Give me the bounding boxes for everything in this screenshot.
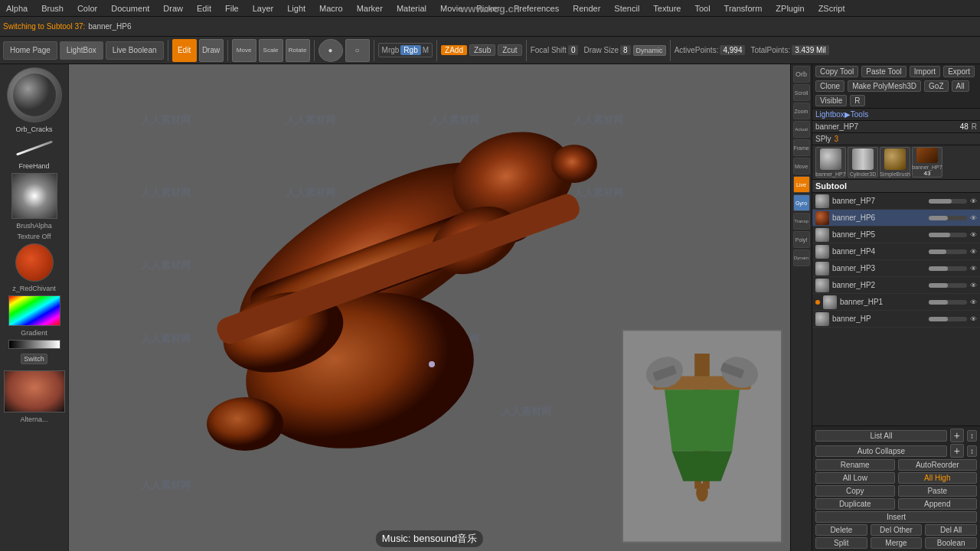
del-other-btn[interactable]: Del Other: [871, 524, 923, 536]
draw-size-val[interactable]: 8: [620, 45, 631, 55]
viewport[interactable]: 人人素材网 人人素材网 人人素材网 人人素材网 人人素材网 人人素材网 人人素材…: [69, 64, 790, 551]
insert-btn[interactable]: Insert: [815, 511, 977, 523]
subtool-item-hp7[interactable]: banner_HP7 👁: [812, 193, 980, 210]
slider-hp3[interactable]: [929, 266, 967, 271]
focal-val[interactable]: 0: [568, 45, 579, 55]
export-btn[interactable]: Export: [943, 66, 975, 77]
subtool-item-hp6[interactable]: banner_HP6 👁: [812, 210, 980, 227]
color-picker[interactable]: [8, 295, 60, 326]
menu-item-color[interactable]: Color: [74, 2, 100, 15]
list-all-btn[interactable]: List All: [815, 430, 947, 442]
st-tool-simple[interactable]: SimpleBrush: [880, 147, 910, 178]
slider-hp6[interactable]: [929, 216, 967, 220]
menu-item-edit[interactable]: Edit: [194, 2, 214, 15]
menu-item-render[interactable]: Render: [570, 2, 603, 15]
paste-tool-btn[interactable]: Paste Tool: [861, 66, 906, 77]
actual-icon[interactable]: Actual: [793, 121, 810, 138]
rename-btn[interactable]: Rename: [815, 459, 895, 471]
slider-hp[interactable]: [929, 317, 967, 321]
delete-btn[interactable]: Delete: [815, 524, 867, 536]
menu-item-draw[interactable]: Draw: [160, 2, 186, 15]
slider-hp1[interactable]: [929, 300, 967, 305]
edit-tool[interactable]: Edit: [172, 39, 197, 62]
subtool-list[interactable]: banner_HP7 👁 banner_HP6 👁 banner_HP5 👁 b…: [812, 193, 980, 425]
zadd-btn[interactable]: ZAdd: [441, 45, 467, 55]
scale-tool[interactable]: Scale: [259, 39, 283, 62]
move-tool[interactable]: Move: [232, 39, 256, 62]
subtool-item-hp5[interactable]: banner_HP5 👁: [812, 227, 980, 243]
split-btn[interactable]: Split: [815, 537, 867, 549]
transp-icon[interactable]: Transp: [793, 213, 810, 230]
menu-item-tool[interactable]: Tool: [691, 2, 713, 15]
rotate-tool[interactable]: Rotate: [286, 39, 310, 62]
import-btn[interactable]: Import: [910, 66, 940, 77]
menu-item-marker[interactable]: Marker: [354, 2, 386, 15]
m-label[interactable]: M: [423, 46, 429, 54]
home-btn[interactable]: Home Page: [3, 41, 57, 60]
draw-tool[interactable]: Draw: [199, 39, 224, 62]
menu-item-stencil[interactable]: Stencil: [611, 2, 642, 15]
r-label-right[interactable]: R: [972, 122, 977, 131]
gradient-bar[interactable]: [8, 340, 60, 349]
menu-item-texture[interactable]: Texture: [650, 2, 684, 15]
orb-icon[interactable]: Orb: [793, 66, 810, 83]
subtool-item-hp[interactable]: banner_HP 👁: [812, 311, 980, 328]
subtool-item-hp2[interactable]: banner_HP2 👁: [812, 277, 980, 294]
list-all-arrow[interactable]: ↕: [967, 430, 977, 442]
append-btn[interactable]: Append: [898, 498, 978, 510]
eye-hp6[interactable]: 👁: [970, 214, 977, 222]
all-high-btn[interactable]: All High: [898, 472, 978, 484]
merge-btn[interactable]: Merge: [871, 537, 923, 549]
polyf-icon[interactable]: Polyf: [793, 231, 810, 248]
duplicate-btn[interactable]: Duplicate: [815, 498, 895, 510]
menu-item-file[interactable]: File: [222, 2, 242, 15]
st-tool-cylinder[interactable]: Cylinder3D: [848, 147, 878, 178]
menu-item-brush[interactable]: Brush: [38, 2, 67, 15]
slider-hp4[interactable]: [929, 249, 967, 254]
menu-item-material[interactable]: Material: [394, 2, 430, 15]
auto-collapse-btn[interactable]: Auto Collapse: [815, 445, 947, 457]
menu-item-zscript[interactable]: ZScript: [815, 2, 848, 15]
visible-btn[interactable]: Visible: [815, 95, 847, 106]
auto-collapse-plus[interactable]: +: [950, 444, 964, 458]
zoom-icon[interactable]: Zoom: [793, 103, 810, 119]
move-icon[interactable]: Move: [793, 158, 810, 174]
live-boolean-btn[interactable]: Live Boolean: [106, 41, 164, 60]
brush-stroke[interactable]: [11, 136, 57, 159]
brush-preview[interactable]: [7, 67, 62, 122]
eye-hp4[interactable]: 👁: [970, 248, 977, 256]
subtool-item-hp1[interactable]: banner_HP1 👁: [812, 294, 980, 311]
r-btn[interactable]: R: [850, 95, 864, 106]
eye-hp7[interactable]: 👁: [970, 197, 977, 205]
lightbox-tools[interactable]: Lightbox▶Tools: [812, 109, 980, 121]
make-polymesh-btn[interactable]: Make PolyMesh3D: [848, 80, 921, 92]
switch-btn[interactable]: Switch: [21, 354, 47, 364]
zcut-btn[interactable]: Zcut: [498, 44, 521, 56]
slider-hp2[interactable]: [929, 283, 967, 288]
alpha-preview[interactable]: [11, 173, 57, 219]
material-preview[interactable]: [15, 243, 54, 282]
eye-hp5[interactable]: 👁: [970, 231, 977, 239]
zsub-btn[interactable]: Zsub: [469, 44, 495, 56]
del-all-btn[interactable]: Del All: [925, 524, 977, 536]
menu-item-alpha[interactable]: Alpha: [3, 2, 31, 15]
menu-item-document[interactable]: Document: [108, 2, 152, 15]
copy-btn[interactable]: Copy: [815, 485, 895, 497]
scroll-icon[interactable]: Scroll: [793, 84, 810, 101]
rgb-val[interactable]: Rgb: [400, 45, 420, 55]
clone-btn[interactable]: Clone: [815, 80, 844, 92]
all-low-btn[interactable]: All Low: [815, 472, 895, 484]
lightbox-btn[interactable]: LightBox: [60, 41, 103, 60]
copy-tool-btn[interactable]: Copy Tool: [815, 66, 858, 77]
auto-collapse-arrow[interactable]: ↕: [967, 445, 977, 457]
slider-hp5[interactable]: [929, 233, 967, 237]
eye-hp2[interactable]: 👁: [970, 282, 977, 289]
draw-mode-2[interactable]: ○: [345, 39, 370, 62]
draw-mode-1[interactable]: ●: [318, 39, 343, 62]
st-tool-sphere[interactable]: banner_HP7: [815, 147, 846, 178]
dynam-icon[interactable]: Dynam: [793, 249, 810, 266]
menu-item-transform[interactable]: Transform: [721, 2, 766, 15]
paste-btn[interactable]: Paste: [898, 485, 978, 497]
sply-val[interactable]: 3: [835, 135, 839, 143]
list-all-plus[interactable]: +: [950, 429, 964, 442]
